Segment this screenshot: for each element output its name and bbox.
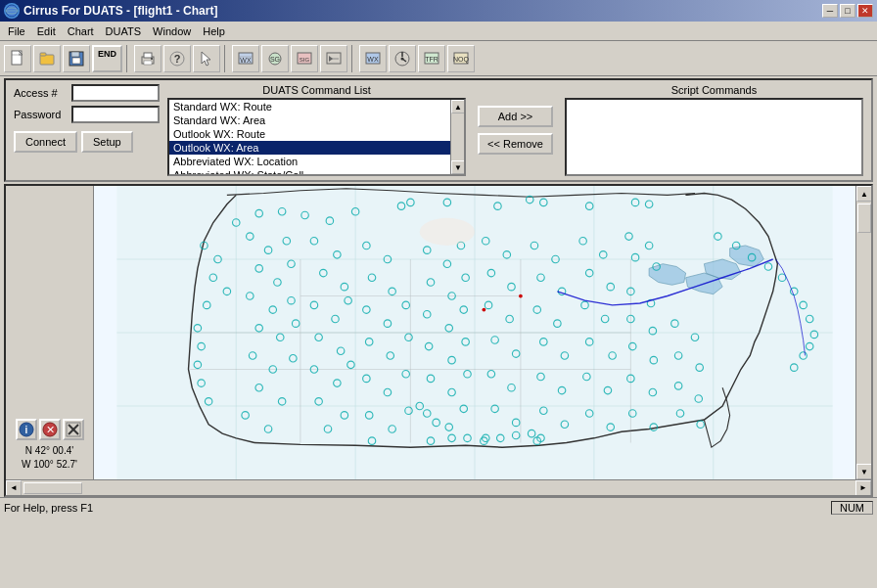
help-button[interactable]: ? [163, 45, 191, 72]
list-scrollbar-v[interactable]: ▲ ▼ [450, 100, 464, 174]
scroll-left-arrow[interactable]: ◄ [6, 480, 22, 496]
toolbar-btn-11[interactable] [320, 45, 347, 72]
script-list[interactable] [565, 98, 863, 176]
toolbar-btn-12[interactable]: WX [359, 45, 387, 72]
script-section-title: Script Commands [565, 84, 863, 96]
list-item-3[interactable]: Outlook WX: Area [169, 141, 464, 155]
toolbar-btn-8[interactable]: WX [232, 45, 259, 72]
scroll-track-h[interactable] [22, 479, 855, 496]
menu-duats[interactable]: DUATS [100, 23, 147, 39]
new-button[interactable] [4, 45, 31, 72]
toolbar-btn-9[interactable]: SG [261, 45, 289, 72]
menu-edit[interactable]: Edit [31, 23, 62, 39]
scroll-down-arrow[interactable]: ▼ [856, 464, 871, 479]
maximize-button[interactable]: □ [840, 4, 855, 18]
svg-rect-11 [144, 53, 152, 58]
menu-bar: File Edit Chart DUATS Window Help [0, 22, 877, 41]
list-item-2[interactable]: Outlook WX: Route [169, 127, 464, 141]
remove-button[interactable]: << Remove [478, 133, 553, 155]
window-title: Cirrus For DUATS - [flight1 - Chart] [23, 4, 217, 18]
status-mode: NUM [831, 501, 873, 515]
close-icon-btn[interactable] [63, 419, 84, 440]
svg-text:WX: WX [367, 56, 379, 63]
map-canvas[interactable] [94, 186, 855, 479]
svg-text:NOQ: NOQ [453, 56, 470, 64]
map-container: i ✕ [4, 184, 873, 497]
svg-rect-12 [144, 61, 152, 65]
command-list[interactable]: Standard WX: Route Standard WX: Area Out… [167, 98, 466, 176]
open-button[interactable] [33, 45, 61, 72]
status-help-text: For Help, press F1 [4, 502, 93, 514]
map-scrollbar-vertical[interactable]: ▲ ▼ [855, 186, 871, 479]
separator-1 [126, 45, 130, 72]
separator-3 [351, 45, 355, 72]
scroll-track-v[interactable] [856, 202, 871, 464]
svg-rect-6 [40, 53, 46, 56]
app-icon [4, 3, 20, 19]
scroll-up-arrow[interactable]: ▲ [856, 186, 871, 202]
list-scroll-track [451, 113, 464, 160]
list-item-4[interactable]: Abbreviated WX: Location [169, 155, 464, 168]
connect-button[interactable]: Connect [14, 131, 77, 153]
svg-point-32 [401, 57, 404, 60]
duats-panel: Access # Password Connect Setup DUATS Co… [4, 78, 873, 182]
list-item-5[interactable]: Abbreviated WX: State/Coll. [169, 168, 464, 176]
save-button[interactable] [63, 45, 90, 72]
scroll-thumb-v[interactable] [857, 204, 871, 233]
list-item-1[interactable]: Standard WX: Area [169, 113, 464, 127]
svg-rect-8 [71, 52, 79, 57]
end-button[interactable]: END [92, 45, 122, 72]
setup-button[interactable]: Setup [81, 131, 133, 153]
access-input[interactable] [71, 84, 160, 102]
svg-text:TFR: TFR [425, 56, 438, 63]
svg-text:?: ? [174, 53, 181, 65]
add-remove-buttons: Add >> << Remove [474, 84, 557, 176]
warning-icon-btn[interactable]: ✕ [39, 419, 61, 440]
menu-window[interactable]: Window [147, 23, 197, 39]
map-sidebar: i ✕ [6, 186, 94, 479]
password-input[interactable] [71, 106, 160, 123]
coordinates: N 42° 00.4' W 100° 52.7' [22, 444, 77, 472]
separator-2 [224, 45, 228, 72]
scroll-thumb-h[interactable] [23, 482, 82, 494]
toolbar-btn-10[interactable]: SIG [291, 45, 318, 72]
menu-chart[interactable]: Chart [62, 23, 100, 39]
info-icon-btn[interactable]: i [16, 419, 37, 440]
title-bar: Cirrus For DUATS - [flight1 - Chart] ─ □… [0, 0, 877, 22]
svg-text:WX: WX [240, 57, 252, 64]
svg-point-238 [420, 218, 475, 246]
svg-text:SG: SG [270, 56, 280, 63]
svg-rect-9 [72, 58, 80, 64]
cursor-button[interactable] [193, 45, 220, 72]
list-item-0[interactable]: Standard WX: Route [169, 100, 464, 113]
svg-point-236 [483, 308, 486, 312]
svg-text:SIG: SIG [300, 57, 310, 63]
svg-point-237 [519, 294, 523, 298]
toolbar: END ? WX SG SIG WX TFR NOQ [0, 41, 877, 76]
access-label: Access # [14, 87, 68, 99]
list-scroll-up[interactable]: ▲ [451, 100, 465, 113]
map-scrollbar-horizontal[interactable]: ◄ ► [6, 479, 871, 495]
menu-help[interactable]: Help [197, 23, 231, 39]
status-bar: For Help, press F1 NUM [0, 497, 877, 517]
password-label: Password [14, 109, 68, 120]
svg-text:i: i [24, 425, 27, 435]
print-button[interactable] [134, 45, 162, 72]
list-scroll-down[interactable]: ▼ [451, 160, 465, 174]
svg-point-13 [151, 58, 153, 60]
map-svg [94, 186, 855, 479]
close-button[interactable]: ✕ [857, 4, 873, 18]
minimize-button[interactable]: ─ [822, 4, 838, 18]
duats-section-title: DUATS Command List [167, 84, 466, 96]
toolbar-btn-13[interactable] [389, 45, 416, 72]
map-controls: i ✕ [16, 419, 84, 479]
add-button[interactable]: Add >> [478, 106, 553, 127]
svg-text:✕: ✕ [45, 424, 54, 435]
toolbar-btn-14[interactable]: TFR [418, 45, 445, 72]
menu-file[interactable]: File [2, 23, 31, 39]
scroll-right-arrow[interactable]: ► [855, 480, 871, 496]
svg-marker-16 [202, 52, 210, 66]
toolbar-btn-15[interactable]: NOQ [447, 45, 475, 72]
